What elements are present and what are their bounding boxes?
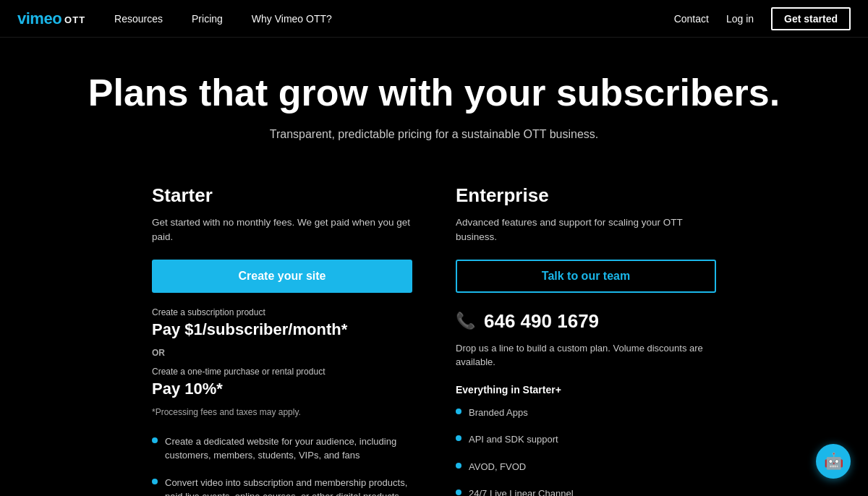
starter-feature-1: Create a dedicated website for your audi… (165, 435, 412, 463)
enterprise-feature-2: API and SDK support (469, 432, 558, 447)
list-item: API and SDK support (456, 432, 716, 447)
enterprise-features: Branded Apps API and SDK support AVOD, F… (456, 406, 716, 496)
starter-one-time-amount: Pay 10%* (152, 380, 412, 398)
list-item: 24/7 Live Linear Channel (456, 487, 716, 496)
chat-bot-icon: 🤖 (824, 452, 843, 471)
bullet-icon (152, 479, 158, 484)
starter-pricing-label: Create a subscription product (152, 307, 412, 317)
navbar: vimeo OTT Resources Pricing Why Vimeo OT… (0, 0, 868, 38)
phone-icon: 📞 (456, 312, 475, 330)
enterprise-phone-desc: Drop us a line to build a custom plan. V… (456, 341, 716, 369)
nav-why-vimeo-ott[interactable]: Why Vimeo OTT? (252, 13, 332, 25)
enterprise-title: Enterprise (456, 184, 716, 207)
talk-to-team-button[interactable]: Talk to our team (456, 260, 716, 293)
hero-subtitle: Transparent, predictable pricing for a s… (17, 128, 851, 141)
nav-pricing[interactable]: Pricing (192, 13, 223, 25)
list-item: Branded Apps (456, 406, 716, 420)
hero-title: Plans that grow with your subscribers. (17, 72, 851, 114)
plans-container: Starter Get started with no monthly fees… (0, 184, 868, 496)
nav-right: Contact Log in Get started (674, 7, 851, 30)
enterprise-description: Advanced features and support for scalin… (456, 215, 716, 245)
bullet-icon (456, 463, 461, 469)
starter-one-time-label: Create a one-time purchase or rental pro… (152, 367, 412, 377)
logo[interactable]: vimeo OTT (17, 9, 85, 28)
chat-bot-button[interactable]: 🤖 (816, 444, 851, 479)
starter-pricing-amount: Pay $1/subscriber/month* (152, 320, 412, 339)
create-site-button[interactable]: Create your site (152, 260, 412, 293)
bullet-icon (456, 489, 461, 495)
starter-description: Get started with no monthly fees. We get… (152, 215, 412, 245)
enterprise-phone-row: 📞 646 490 1679 (456, 310, 716, 333)
nav-get-started-button[interactable]: Get started (771, 7, 851, 30)
starter-or: OR (152, 348, 412, 358)
nav-login-link[interactable]: Log in (726, 13, 754, 25)
enterprise-phone-number: 646 490 1679 (484, 310, 599, 333)
nav-resources[interactable]: Resources (114, 13, 163, 25)
starter-feature-2: Convert video into subscription and memb… (165, 476, 412, 496)
bullet-icon (152, 437, 158, 443)
bullet-icon (456, 409, 461, 414)
enterprise-section-title: Everything in Starter+ (456, 384, 716, 395)
list-item: Convert video into subscription and memb… (152, 476, 412, 496)
enterprise-feature-1: Branded Apps (469, 406, 528, 420)
hero-section: Plans that grow with your subscribers. T… (0, 38, 868, 170)
list-item: Create a dedicated website for your audi… (152, 435, 412, 463)
enterprise-feature-3: AVOD, FVOD (469, 460, 526, 474)
starter-features: Create a dedicated website for your audi… (152, 435, 412, 496)
bullet-icon (456, 435, 461, 441)
enterprise-feature-4: 24/7 Live Linear Channel (469, 487, 574, 496)
logo-vimeo: vimeo (17, 9, 61, 28)
nav-contact-link[interactable]: Contact (674, 13, 709, 25)
plan-starter: Starter Get started with no monthly fees… (152, 184, 412, 496)
nav-links: Resources Pricing Why Vimeo OTT? (114, 13, 674, 25)
list-item: AVOD, FVOD (456, 460, 716, 474)
starter-title: Starter (152, 184, 412, 207)
logo-ott: OTT (64, 14, 85, 25)
plan-enterprise: Enterprise Advanced features and support… (456, 184, 716, 496)
starter-pricing-note: *Processing fees and taxes may apply. (152, 407, 412, 417)
